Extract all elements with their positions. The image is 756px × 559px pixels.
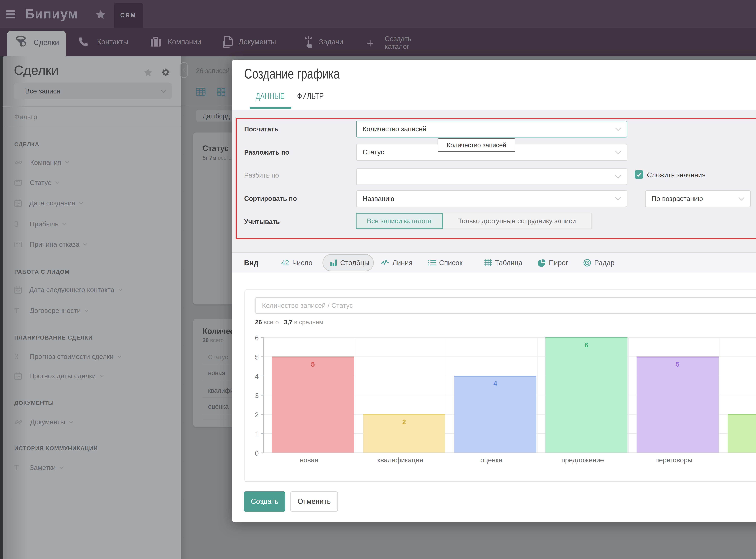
svg-text:17: 17 bbox=[16, 202, 20, 206]
svg-text:17: 17 bbox=[16, 289, 20, 293]
svg-text:17: 17 bbox=[16, 375, 20, 379]
